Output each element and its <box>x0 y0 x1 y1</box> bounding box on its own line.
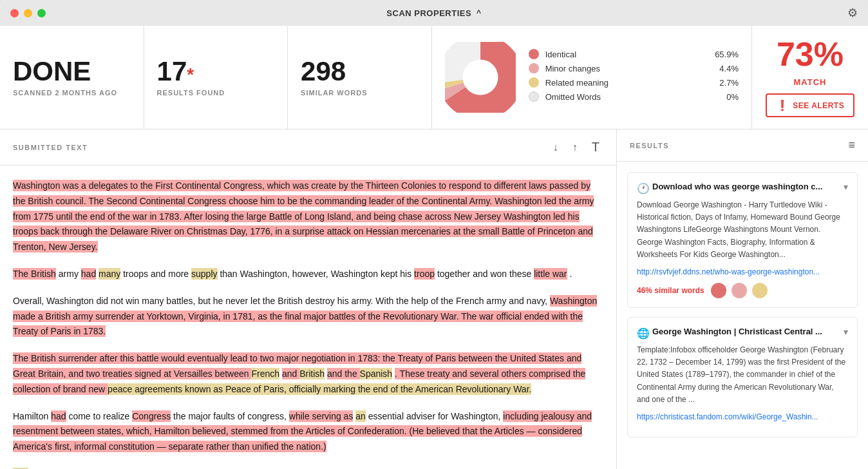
omitted-words-label: Omitted Words <box>545 92 710 102</box>
settings-button[interactable]: ⚙ <box>847 6 858 20</box>
result-card-header-2: 🌐 George Washington | Christicast Centra… <box>637 327 848 339</box>
dot-yellow <box>752 283 768 298</box>
results-block: 17* RESULTS FOUND <box>144 26 288 129</box>
color-dots <box>711 283 768 298</box>
highlighted-text: Washington was a delegates to the First … <box>13 180 594 253</box>
title-text: SCAN PROPERTIES <box>386 8 471 18</box>
highlighted-text-yellow: many <box>99 268 120 280</box>
pie-chart <box>445 42 516 113</box>
text-block-4: The British surrender after this battle … <box>13 351 603 397</box>
result-body-1: Download George Washington - Harry Turtl… <box>637 199 848 261</box>
window-title: SCAN PROPERTIES ^ <box>386 8 481 18</box>
normal-text: the major faults of congress, <box>173 411 289 421</box>
normal-text: essential adviser for Washington, <box>368 411 504 421</box>
dropdown-icon[interactable]: ▾ <box>844 182 848 192</box>
result-card-1: 🕐 Download who was george washington c..… <box>627 172 858 308</box>
highlighted-text: Congress <box>132 410 171 422</box>
text-block-6: The Second Wave <box>13 466 603 469</box>
text-block-1: Washington was a delegates to the First … <box>13 178 603 255</box>
clock-icon: 🕐 <box>637 182 648 194</box>
svg-point-4 <box>462 60 498 95</box>
match-section: 73% MATCH ❗ SEE ALERTS <box>752 26 868 129</box>
highlighted-text: The British <box>13 268 56 280</box>
text-block-3: Overall, Washington did not win many bat… <box>13 294 603 340</box>
chart-legend: Identical 65.9% Minor changes 4.4% Relat… <box>529 49 739 106</box>
text-block-2: The British army had many troops and mor… <box>13 267 603 282</box>
legend-related-meaning: Related meaning 2.7% <box>529 77 739 88</box>
omitted-words-pct: 0% <box>710 92 739 102</box>
related-meaning-pct: 2.7% <box>710 78 739 88</box>
left-panel-title: SUBMITTED TEXT <box>13 144 543 151</box>
left-panel-header: SUBMITTED TEXT ↓ ↑ T <box>0 129 616 166</box>
chart-section: Identical 65.9% Minor changes 4.4% Relat… <box>432 26 752 129</box>
highlighted-text: and the <box>327 368 360 379</box>
status-label: DONE <box>13 58 91 85</box>
highlighted-text-yellow: British <box>299 368 325 379</box>
right-panel-header: RESULTS ≡ <box>617 129 868 162</box>
see-alerts-button[interactable]: ❗ SEE ALERTS <box>766 93 854 117</box>
result-body-2: Template:Infobox officeholder George Was… <box>637 344 848 406</box>
right-panel-content: 🕐 Download who was george washington c..… <box>617 162 868 469</box>
highlighted-text: little war <box>534 268 567 280</box>
highlighted-text-yellow: Spanish <box>360 368 393 379</box>
highlighted-text: while serving as <box>289 410 354 422</box>
text-block-5: Hamilton had come to realize Congress th… <box>13 409 603 455</box>
normal-text: troops and more <box>123 269 191 279</box>
similar-words-sub-label: SIMILAR WORDS <box>301 89 367 97</box>
minor-changes-pct: 4.4% <box>710 64 739 73</box>
result-title-1: Download who was george washington c... <box>652 182 844 191</box>
done-block: DONE SCANNED 2 MONTHS AGO <box>0 26 144 129</box>
app-window: SCAN PROPERTIES ^ ⚙ DONE SCANNED 2 MONTH… <box>0 0 868 469</box>
normal-text: army <box>59 269 81 279</box>
arrow-up-button[interactable]: ↑ <box>569 140 581 155</box>
asterisk: * <box>187 64 194 84</box>
related-meaning-dot <box>529 77 539 88</box>
alert-icon: ❗ <box>776 99 789 111</box>
similar-pct-label: 46% similar words <box>637 286 704 295</box>
stats-bar: DONE SCANNED 2 MONTHS AGO 17* RESULTS FO… <box>0 26 868 129</box>
highlighted-text: had <box>81 268 96 280</box>
minor-changes-label: Minor changes <box>545 64 710 73</box>
status-sub-label: SCANNED 2 MONTHS AGO <box>13 89 117 97</box>
dot-pink <box>731 283 747 298</box>
match-label: MATCH <box>794 77 827 87</box>
highlighted-text-yellow: French <box>251 368 279 379</box>
titlebar: SCAN PROPERTIES ^ ⚙ <box>0 0 868 26</box>
chevron-up-icon: ^ <box>476 8 482 17</box>
right-panel-title: RESULTS <box>630 142 848 149</box>
results-sub-label: RESULTS FOUND <box>157 89 225 97</box>
legend-omitted-words: Omitted Words 0% <box>529 91 739 102</box>
see-alerts-label: SEE ALERTS <box>793 101 844 110</box>
normal-text: . <box>569 269 572 279</box>
highlighted-text-yellow: an <box>355 410 366 422</box>
dropdown-icon-2[interactable]: ▾ <box>844 327 848 337</box>
related-meaning-label: Related meaning <box>545 78 710 88</box>
left-panel-content: Washington was a delegates to the First … <box>0 166 616 469</box>
pie-svg <box>445 42 516 113</box>
normal-text: Hamilton <box>13 411 51 421</box>
similar-words-row: 46% similar words <box>637 283 848 298</box>
highlighted-text: had <box>51 410 66 422</box>
results-number: 17* <box>157 58 194 85</box>
identical-pct: 65.9% <box>710 50 739 59</box>
result-link-1[interactable]: http://rsvfvjef.ddns.net/who-was-george-… <box>637 267 848 276</box>
fullscreen-button[interactable] <box>37 9 46 17</box>
result-title-2: George Washington | Christicast Central … <box>652 327 844 336</box>
highlighted-text-yellow: peace agreements known as Peace of Paris… <box>108 383 531 395</box>
highlighted-text: and <box>282 368 299 379</box>
traffic-lights <box>10 9 46 17</box>
minimize-button[interactable] <box>24 9 32 17</box>
normal-text: come to realize <box>68 411 132 421</box>
filter-icon[interactable]: ≡ <box>848 139 855 152</box>
normal-text: Overall, Washington did not win many bat… <box>13 296 550 306</box>
result-link-2[interactable]: https://christicast.fandom.com/wiki/Geor… <box>637 412 848 421</box>
normal-text: together and won these <box>437 269 534 279</box>
results-value: 17 <box>157 56 187 86</box>
legend-minor-changes: Minor changes 4.4% <box>529 63 739 73</box>
main-content: SUBMITTED TEXT ↓ ↑ T Washington was a de… <box>0 129 868 469</box>
font-button[interactable]: T <box>588 139 603 156</box>
match-percentage: 73% <box>777 37 844 71</box>
close-button[interactable] <box>10 9 19 17</box>
arrow-down-button[interactable]: ↓ <box>549 140 562 155</box>
omitted-words-dot <box>529 91 539 102</box>
